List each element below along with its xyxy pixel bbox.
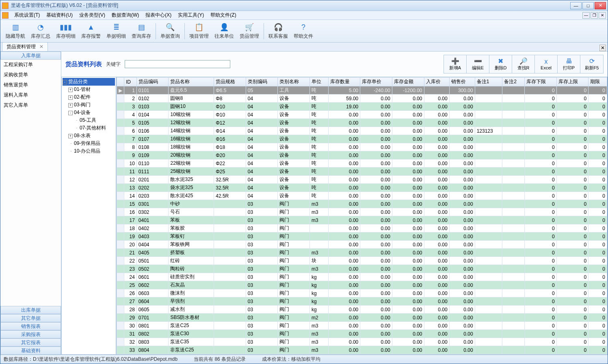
cell[interactable]: 03 — [246, 330, 278, 338]
cell[interactable] — [502, 265, 525, 273]
cell[interactable]: m3 — [310, 216, 329, 224]
tree-node[interactable]: -货品分类 — [63, 78, 115, 86]
cell[interactable]: 0.00 — [328, 241, 360, 249]
cell[interactable] — [475, 111, 502, 119]
cell[interactable]: 0 — [556, 330, 589, 338]
cell[interactable]: 设备 — [278, 176, 310, 184]
table-row[interactable]: 190403苯板钉03阀门0.000.000.000.000.00000 — [117, 233, 607, 241]
cell[interactable]: Φ22 — [214, 159, 246, 168]
cell[interactable]: 0104 — [136, 111, 169, 119]
cell[interactable]: 0.00 — [424, 249, 449, 257]
cell[interactable]: 阀门 — [278, 208, 310, 216]
cell[interactable]: 25 — [124, 281, 137, 289]
cell[interactable]: 泵送C35 — [169, 338, 214, 346]
cell[interactable]: 03 — [246, 338, 278, 346]
cell[interactable]: 0.00 — [424, 111, 449, 119]
cell[interactable]: 04 — [246, 176, 278, 184]
cell[interactable]: 0.00 — [449, 111, 475, 119]
column-header[interactable]: 库存数量 — [328, 78, 360, 86]
cell[interactable]: 12螺纹钢 — [169, 119, 214, 127]
cell[interactable]: 0 — [556, 224, 589, 233]
cell[interactable]: 0 — [589, 159, 607, 168]
cell[interactable]: 0601 — [136, 273, 169, 281]
cell[interactable] — [310, 241, 329, 249]
cell[interactable]: 22螺纹钢 — [169, 159, 214, 168]
menu-item[interactable]: 帮助文件(Z) — [207, 11, 239, 19]
cell[interactable] — [214, 306, 246, 314]
cell[interactable]: 0.00 — [360, 143, 392, 151]
cell[interactable]: 0.00 — [392, 281, 424, 289]
cell[interactable]: 7 — [124, 135, 137, 143]
cell[interactable]: 0.00 — [360, 159, 392, 168]
cell[interactable]: 0.00 — [424, 297, 449, 306]
cell[interactable]: 03 — [246, 297, 278, 306]
toolbar-button[interactable]: ▤查询库存 — [129, 21, 154, 41]
cell[interactable]: 吨 — [310, 159, 329, 168]
cell[interactable]: 0102 — [136, 95, 169, 103]
cell[interactable]: 0.00 — [392, 111, 424, 119]
cell[interactable]: 0 — [589, 192, 607, 200]
cell[interactable]: 10 — [124, 159, 137, 168]
cell[interactable] — [214, 297, 246, 306]
cell[interactable] — [475, 208, 502, 216]
cell[interactable]: 0 — [525, 103, 557, 111]
cell[interactable]: 0.00 — [360, 289, 392, 297]
cell[interactable]: 0 — [525, 208, 557, 216]
cell[interactable]: kg — [310, 306, 329, 314]
cell[interactable]: 盘元6.5 — [169, 86, 214, 95]
cell[interactable]: 0.00 — [449, 184, 475, 192]
cell[interactable]: 28 — [124, 306, 137, 314]
cell[interactable]: 0 — [556, 176, 589, 184]
cell[interactable]: 0 — [525, 330, 557, 338]
cell[interactable]: 0502 — [136, 265, 169, 273]
cell[interactable]: 0.00 — [449, 241, 475, 249]
action-button[interactable]: ✖删除D — [489, 55, 512, 73]
cell[interactable]: 阀门 — [278, 224, 310, 233]
cell[interactable]: 泵送C30 — [169, 330, 214, 338]
cell[interactable]: 0.00 — [449, 208, 475, 216]
cell[interactable]: 0.00 — [328, 184, 360, 192]
cell[interactable]: 0.00 — [392, 346, 424, 354]
cell[interactable]: 03 — [246, 257, 278, 265]
cell[interactable]: 设备 — [278, 135, 310, 143]
cell[interactable]: 0 — [589, 151, 607, 159]
table-row[interactable]: 20102圆钢8Φ804设备吨59.000.000.000.000.00000 — [117, 95, 607, 103]
cell[interactable]: 0 — [556, 184, 589, 192]
cell[interactable]: 0501 — [136, 257, 169, 265]
table-row[interactable]: 300801泵送C2503阀门m30.000.000.000.000.00000 — [117, 322, 607, 330]
cell[interactable]: 0.00 — [424, 306, 449, 314]
cell[interactable]: 0.00 — [424, 281, 449, 289]
cell[interactable]: 0402 — [136, 224, 169, 233]
cell[interactable]: 0.00 — [328, 176, 360, 184]
cell[interactable]: 0.00 — [328, 289, 360, 297]
cell[interactable]: 设备 — [278, 151, 310, 159]
column-header[interactable]: 库存上限 — [556, 78, 589, 86]
close-button[interactable]: ✕ — [595, 2, 606, 9]
cell[interactable]: 红砖 — [169, 257, 214, 265]
tab-close-icon[interactable]: ✕ — [39, 44, 43, 50]
cell[interactable]: 0 — [589, 257, 607, 265]
cell[interactable]: 阀门 — [278, 314, 310, 322]
cell[interactable] — [214, 314, 246, 322]
cell[interactable]: 0.00 — [424, 176, 449, 184]
cell[interactable]: 5.00 — [328, 86, 360, 95]
cell[interactable] — [214, 257, 246, 265]
cell[interactable]: 0605 — [136, 306, 169, 314]
cell[interactable]: 0 — [525, 184, 557, 192]
column-header[interactable]: 期限 — [589, 78, 607, 86]
cell[interactable]: 20 — [124, 241, 137, 249]
cell[interactable]: 0110 — [136, 159, 169, 168]
nav-item[interactable]: 其它入库单 — [0, 100, 61, 110]
table-row[interactable]: 5010512螺纹钢Φ1204设备吨0.000.000.000.000.0000… — [117, 119, 607, 127]
toolbar-button[interactable]: ◔库存汇总 — [28, 21, 53, 41]
cell[interactable] — [214, 281, 246, 289]
toolbar-button[interactable]: ≣单据明细 — [104, 21, 129, 41]
cell[interactable]: 17 — [124, 216, 137, 224]
cell[interactable]: 0.00 — [449, 265, 475, 273]
column-header[interactable]: 货品名称 — [169, 78, 214, 86]
cell[interactable]: 03 — [246, 273, 278, 281]
cell[interactable]: 32.5R — [214, 176, 246, 184]
cell[interactable]: 吨 — [310, 111, 329, 119]
cell[interactable]: kg — [310, 273, 329, 281]
column-header[interactable]: 备注1 — [475, 78, 502, 86]
